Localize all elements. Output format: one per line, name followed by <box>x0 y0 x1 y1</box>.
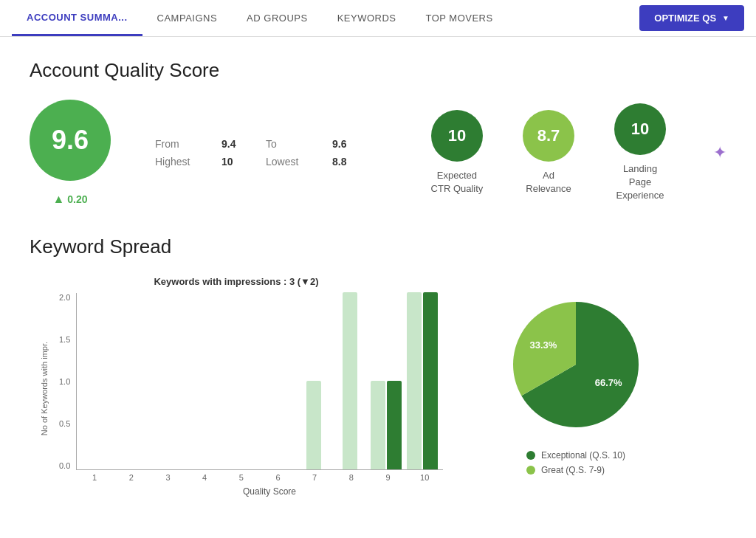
keyword-spread-section: Keyword Spread Keywords with impressions… <box>30 235 726 497</box>
sparkle-icon[interactable]: ✦ <box>713 143 726 162</box>
nav-tab-ad-groups[interactable]: AD GROUPS <box>232 0 323 36</box>
pie-chart: 66.7%33.3% <box>502 291 650 438</box>
y-tick: 0.0 <box>59 461 70 470</box>
bar-group-9 <box>368 381 404 469</box>
y-tick: 2.0 <box>59 293 70 302</box>
lowest-val: 8.8 <box>332 156 354 168</box>
nav-tab-keywords[interactable]: KEYWORDS <box>323 0 411 36</box>
bar-group-7 <box>296 381 332 469</box>
nav-tab-account-summary[interactable]: ACCOUNT SUMMA... <box>12 0 142 36</box>
bar-group-8 <box>332 292 368 469</box>
x-tick: 6 <box>260 473 297 482</box>
metric-relevance: 8.7 Ad Relevance <box>523 110 574 196</box>
y-axis-label: No of Keywords with impr. <box>40 342 49 435</box>
legend-exceptional-label: Exceptional (Q.S. 10) <box>541 450 625 461</box>
main-content: Account Quality Score 9.6 ▲ 0.20 From 9.… <box>0 37 756 519</box>
arrow-up-icon: ▲ <box>52 193 64 206</box>
from-val: 9.4 <box>221 138 244 150</box>
legend-exceptional: Exceptional (Q.S. 10) <box>526 450 625 461</box>
metric-circle-ctr: 10 <box>431 110 483 162</box>
metric-label-ctr: Expected CTR Quality <box>428 169 486 196</box>
x-tick: 8 <box>333 473 370 482</box>
legend-great: Great (Q.S. 7-9) <box>526 465 625 475</box>
qs-metrics: 10 Expected CTR Quality 8.7 Ad Relevance… <box>428 103 669 203</box>
x-tick: 4 <box>186 473 223 482</box>
optimize-qs-button[interactable]: OPTIMIZE QS▼ <box>639 5 744 31</box>
chart-inner: 12345678910 <box>76 293 443 482</box>
quality-score-row: 9.6 ▲ 0.20 From 9.4 To 9.6 Highest 10 <box>30 100 726 206</box>
qs-delta: ▲ 0.20 <box>52 193 87 206</box>
x-tick: 5 <box>223 473 260 482</box>
charts-row: Keywords with impressions : 3 (▼2) No of… <box>30 276 726 497</box>
pie-chart-container: 66.7%33.3% Exceptional (Q.S. 10) Great (… <box>472 276 679 475</box>
bar-light-8 <box>343 292 357 469</box>
x-tick: 7 <box>296 473 333 482</box>
metric-label-landing: Landing Page Experience <box>611 162 669 203</box>
qs-score-circle: 9.6 <box>30 100 111 181</box>
y-tick: 1.0 <box>59 377 70 386</box>
y-tick: 0.5 <box>59 419 70 428</box>
bar-chart-title: Keywords with impressions : 3 (▼2) <box>30 276 443 287</box>
legend-dot-great <box>526 466 535 475</box>
keyword-spread-title: Keyword Spread <box>30 235 726 258</box>
pie-label: 66.7% <box>595 377 622 388</box>
metric-landing: 10 Landing Page Experience <box>611 103 669 203</box>
to-val: 9.6 <box>332 138 354 150</box>
bar-dark-9 <box>387 381 402 469</box>
x-axis-label: Quality Score <box>96 486 443 497</box>
bar-light-10 <box>407 292 422 469</box>
from-label: From <box>155 138 199 150</box>
pie-legend: Exceptional (Q.S. 10) Great (Q.S. 7-9) <box>526 450 625 475</box>
metric-ctr: 10 Expected CTR Quality <box>428 110 486 196</box>
quality-score-section: Account Quality Score 9.6 ▲ 0.20 From 9.… <box>30 59 726 206</box>
chart-inner-row: 2.01.51.00.50.0 12345678910 <box>59 293 443 482</box>
to-label: To <box>266 138 310 150</box>
metric-circle-relevance: 8.7 <box>523 110 574 162</box>
caret-icon: ▼ <box>722 14 729 22</box>
x-tick: 1 <box>76 473 113 482</box>
bar-dark-10 <box>423 292 438 469</box>
y-tick: 1.5 <box>59 335 70 344</box>
x-tick: 9 <box>370 473 407 482</box>
bar-light-9 <box>371 381 385 469</box>
highest-label: Highest <box>155 156 199 168</box>
legend-dot-exceptional <box>526 451 535 460</box>
navigation: ACCOUNT SUMMA...CAMPAIGNSAD GROUPSKEYWOR… <box>0 0 756 37</box>
x-tick: 10 <box>406 473 443 482</box>
metric-label-relevance: Ad Relevance <box>523 169 574 196</box>
quality-score-title: Account Quality Score <box>30 59 726 82</box>
qs-stat-high-low: Highest 10 Lowest 8.8 <box>155 156 354 168</box>
x-tick: 2 <box>113 473 150 482</box>
chart-body: 2.01.51.00.50.0 12345678910 Quality Scor… <box>59 293 443 497</box>
highest-val: 10 <box>221 156 244 168</box>
nav-tab-campaigns[interactable]: CAMPAIGNS <box>142 0 233 36</box>
qs-stats: From 9.4 To 9.6 Highest 10 Lowest 8.8 <box>155 138 354 168</box>
legend-great-label: Great (Q.S. 7-9) <box>541 465 605 475</box>
x-axis: 12345678910 <box>76 470 443 482</box>
x-tick: 3 <box>150 473 187 482</box>
y-axis-label-wrap: No of Keywords with impr. <box>30 293 59 485</box>
y-axis: 2.01.51.00.50.0 <box>59 293 76 470</box>
bar-group-10 <box>404 292 440 469</box>
pie-label: 33.3% <box>529 339 557 351</box>
bars-area <box>76 293 443 470</box>
optimize-btn-label: OPTIMIZE QS <box>654 13 716 24</box>
nav-tab-top-movers[interactable]: TOP MOVERS <box>410 0 507 36</box>
lowest-label: Lowest <box>266 156 310 168</box>
metric-circle-landing: 10 <box>614 103 666 155</box>
qs-score-value: 9.6 <box>52 125 89 156</box>
qs-stat-from-to: From 9.4 To 9.6 <box>155 138 354 150</box>
qs-delta-value: 0.20 <box>67 193 87 205</box>
bar-chart-container: Keywords with impressions : 3 (▼2) No of… <box>30 276 443 497</box>
bar-light-7 <box>306 381 321 469</box>
